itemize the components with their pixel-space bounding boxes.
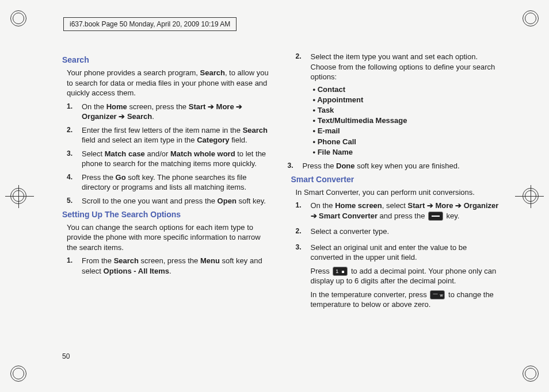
step-text: Press <box>311 267 332 275</box>
cropmark-icon <box>523 10 539 26</box>
right-column: 2. Select the item type you want and set… <box>291 52 501 313</box>
step-text: Select a converter type. <box>311 227 390 236</box>
search-option-list: Contact Appointment Task Text/Multimedia… <box>313 84 501 157</box>
cropmark-icon <box>523 188 539 204</box>
page-body: Search Your phone provides a search prog… <box>62 52 500 313</box>
search-intro: Your phone provides a search program, Se… <box>67 68 272 98</box>
heading-search-options: Setting Up The Search Options <box>62 210 272 219</box>
search-steps: 1.On the Home screen, press the Start ➔ … <box>82 102 272 206</box>
one-key-icon <box>333 267 348 276</box>
step-text: Select the item type you want and set ea… <box>311 52 495 81</box>
list-item: E-mail <box>313 126 501 136</box>
step-text: key. <box>447 212 460 220</box>
list-item: Phone Call <box>313 137 501 147</box>
list-item: Text/Multimedia Message <box>313 116 501 126</box>
step-text: Select an original unit and enter the va… <box>311 243 467 262</box>
cropmark-icon <box>10 10 26 26</box>
step-text: From the Search screen, press the Menu s… <box>82 256 262 275</box>
step-text: In the temperature converter, press <box>311 290 429 299</box>
step-text: Press the Go soft key. The phone searche… <box>82 173 246 192</box>
page-number: 50 <box>62 352 70 360</box>
step-text: On the Home screen, press the Start ➔ Mo… <box>82 102 242 121</box>
list-item: File Name <box>313 147 501 157</box>
list-item: Appointment <box>313 95 501 105</box>
home-key-icon <box>428 212 443 221</box>
converter-intro: In Smart Converter, you can perform unit… <box>296 187 501 198</box>
list-item: Contact <box>313 84 501 95</box>
step-text: Scroll to the one you want and press the… <box>82 197 266 205</box>
cropmark-icon <box>10 366 26 382</box>
heading-search: Search <box>62 55 272 64</box>
step-text: On the Home screen, select Start ➔ More … <box>311 201 499 220</box>
header-info: i637.book Page 50 Monday, April 20, 2009… <box>63 17 237 31</box>
step-text: Select Match case and/or Match whole wor… <box>82 149 266 168</box>
left-column: Search Your phone provides a search prog… <box>62 52 272 313</box>
minus-key-icon <box>430 290 445 299</box>
heading-smart-converter: Smart Converter <box>291 175 501 184</box>
options-steps: 1.From the Search screen, press the Menu… <box>82 256 272 276</box>
options-steps-contd: 2. Select the item type you want and set… <box>311 52 501 171</box>
step-text: Press the Done soft key when you are fin… <box>303 162 460 170</box>
options-intro: You can change the search options for ea… <box>67 222 272 253</box>
cropmark-icon <box>523 366 539 382</box>
step-text: Enter the first few letters of the item … <box>82 126 268 145</box>
list-item: Task <box>313 105 501 116</box>
cropmark-icon <box>10 188 26 204</box>
converter-steps: 1. On the Home screen, select Start ➔ Mo… <box>311 201 501 310</box>
